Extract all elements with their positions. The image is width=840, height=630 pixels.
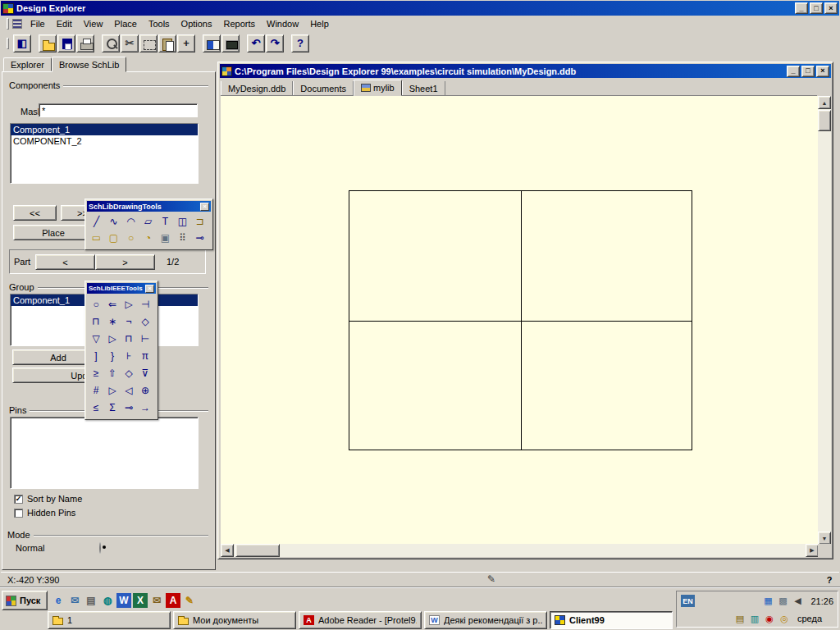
drawing-palette-titlebar[interactable]: SchLibDrawingTools ×	[87, 201, 211, 212]
outlook-icon[interactable]: ✉	[67, 593, 82, 608]
panel-tab[interactable]: Browse SchLib	[52, 57, 126, 72]
acrobat-icon[interactable]: A	[166, 593, 180, 608]
help-icon[interactable]: ?	[291, 34, 309, 52]
part-body-tool-icon[interactable]: ⊐	[191, 213, 208, 230]
ellipse-tool-icon[interactable]: ○	[122, 230, 139, 246]
checkbox-icon[interactable]	[14, 495, 23, 504]
schematic-canvas[interactable]	[221, 96, 819, 545]
scroll-right-icon[interactable]: ▶	[806, 544, 819, 557]
antivirus-tray-icon[interactable]: ◉	[763, 612, 776, 625]
schematic-sheet[interactable]	[349, 190, 692, 450]
horizontal-scroll-thumb[interactable]	[235, 544, 280, 557]
close-button[interactable]: ×	[824, 2, 838, 14]
line-tool-icon[interactable]: ╱	[88, 213, 105, 230]
pie-tool-icon[interactable]: ◔	[139, 230, 157, 246]
menu-item[interactable]: Window	[261, 17, 304, 30]
ieee-analog-icon[interactable]: ∗	[104, 313, 121, 330]
close-icon[interactable]: ×	[200, 203, 209, 211]
crosshair-icon[interactable]: +	[177, 34, 195, 52]
restore-button[interactable]: □	[810, 2, 823, 14]
ieee-dot-icon[interactable]: ○	[88, 295, 104, 313]
menu-item[interactable]: Place	[108, 17, 143, 30]
menu-item[interactable]: Options	[176, 17, 218, 30]
component-tool-icon[interactable]: ◫	[174, 213, 191, 230]
ieee-group-line-icon[interactable]: ]	[88, 347, 104, 364]
separator[interactable]	[95, 34, 101, 52]
ieee-not-icon[interactable]: ¬	[121, 313, 137, 330]
task-button[interactable]: Мои документы	[173, 611, 296, 629]
ieee-high-current-icon[interactable]: ⊓	[121, 330, 137, 347]
part-prev-button[interactable]: <	[35, 254, 95, 270]
task-button[interactable]: W Деякі рекомендації з р...	[424, 611, 547, 629]
separator[interactable]	[32, 34, 38, 52]
separator[interactable]	[240, 34, 246, 52]
menu-item[interactable]: Edit	[51, 17, 78, 30]
show-desktop-icon[interactable]: ▤	[84, 593, 98, 608]
arc-tool-icon[interactable]: ◠	[122, 213, 139, 230]
rounded-rectangle-tool-icon[interactable]: ▢	[105, 230, 122, 246]
scroll-up-icon[interactable]: ▲	[818, 96, 831, 109]
menu-item[interactable]: Help	[304, 17, 335, 30]
start-button[interactable]: Пуск	[2, 591, 48, 610]
scroll-left-icon[interactable]: ◀	[221, 544, 234, 557]
ieee-amplifier-icon[interactable]: ▷	[104, 381, 121, 399]
word-icon[interactable]: W	[116, 593, 131, 608]
ieee-postponed-icon[interactable]: ◇	[137, 313, 153, 330]
menu-item[interactable]: Reports	[218, 17, 262, 30]
pins-list[interactable]	[10, 417, 199, 489]
cut-icon[interactable]: ✂	[121, 34, 139, 52]
checkbox-icon[interactable]	[14, 509, 23, 518]
ieee-inverter-delay-icon[interactable]: →	[137, 399, 153, 416]
ieee-xor-icon[interactable]: ⊕	[137, 381, 153, 399]
menu-item[interactable]: File	[25, 17, 51, 30]
devices-tray-icon[interactable]: ▩	[776, 595, 789, 608]
ieee-pulldown-icon[interactable]: ⊽	[137, 364, 153, 381]
text-tool-icon[interactable]: T	[157, 213, 174, 230]
save-icon[interactable]	[57, 34, 75, 52]
zoom-icon[interactable]	[102, 34, 120, 52]
document-titlebar[interactable]: C:\Program Files\Design Explorer 99\exam…	[220, 64, 831, 78]
vertical-scroll-thumb[interactable]	[818, 110, 831, 131]
internet-explorer-icon[interactable]: e	[51, 593, 66, 608]
document-tab[interactable]: Documents	[293, 81, 354, 95]
pen-icon[interactable]: ✎	[182, 593, 197, 608]
paste-icon[interactable]	[158, 34, 176, 52]
rectangle-tool-icon[interactable]: ▭	[88, 230, 105, 246]
marquee-select-icon[interactable]	[139, 34, 158, 52]
ieee-pulse-icon[interactable]: ⊓	[88, 313, 104, 330]
vertical-scrollbar[interactable]: ▲ ▼	[818, 96, 831, 545]
pin-tool-icon[interactable]: ⊸	[191, 230, 208, 246]
task-button[interactable]: Client99	[550, 611, 673, 629]
display-tray-icon[interactable]: ▦	[761, 595, 774, 608]
menubar-grip[interactable]	[7, 18, 9, 30]
mask-input[interactable]	[39, 103, 198, 117]
option-checkbox[interactable]: Hidden Pins	[14, 508, 82, 518]
separator[interactable]	[285, 34, 290, 52]
polygon-tool-icon[interactable]: ▱	[139, 213, 157, 230]
ieee-pound-icon[interactable]: #	[88, 381, 104, 399]
library-icon[interactable]	[203, 34, 221, 52]
component-list-item[interactable]: COMPONENT_2	[11, 135, 198, 147]
ieee-hiz-icon[interactable]: ▷	[104, 330, 121, 347]
doc-close-button[interactable]: ×	[816, 66, 829, 77]
redo-icon[interactable]: ↷	[266, 34, 284, 52]
close-icon[interactable]: ×	[145, 285, 154, 293]
ieee-less-equal-icon[interactable]: ≤	[88, 399, 104, 416]
ieee-palette-titlebar[interactable]: SchLibIEEETools ×	[87, 283, 156, 294]
document-tab[interactable]: Sheet1	[402, 81, 445, 95]
menu-item[interactable]: Tools	[143, 17, 176, 30]
bezier-tool-icon[interactable]: ∿	[105, 213, 122, 230]
separator[interactable]	[196, 34, 202, 52]
design-manager-icon[interactable]: ◧	[13, 34, 31, 52]
channels-icon[interactable]: ◍	[100, 593, 115, 608]
browse-prev-button[interactable]: <<	[13, 205, 57, 221]
scheduler-tray-icon[interactable]: ▤	[733, 612, 746, 625]
ieee-active-low-input-icon[interactable]: ⊣	[137, 295, 153, 313]
graphic-tool-icon[interactable]: ▣	[157, 230, 174, 246]
ieee-pi-icon[interactable]: π	[137, 347, 153, 364]
network-tray-icon[interactable]: ▥	[748, 612, 761, 625]
ieee-pullup-icon[interactable]: ⇧	[104, 364, 121, 381]
system-menu-icon[interactable]	[12, 19, 22, 29]
task-button[interactable]: A Adobe Reader - [Protel9...	[299, 611, 422, 629]
ieee-greater-equal-icon[interactable]: ≥	[88, 364, 104, 381]
